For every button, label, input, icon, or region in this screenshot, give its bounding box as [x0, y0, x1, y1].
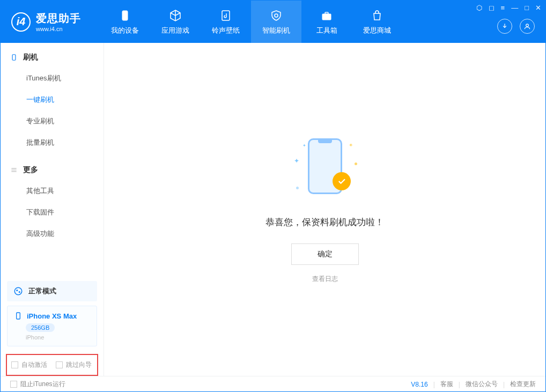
user-button[interactable]	[520, 19, 535, 34]
device-icon	[118, 9, 132, 23]
logo-icon: i4	[11, 12, 31, 32]
version-label: V8.16	[411, 381, 427, 388]
sidebar-item-batch-flash[interactable]: 批量刷机	[1, 132, 104, 153]
view-log-link[interactable]: 查看日志	[312, 275, 338, 284]
checkbox-block-itunes[interactable]: 阻止iTunes运行	[10, 380, 65, 389]
sidebar-item-pro-flash[interactable]: 专业刷机	[1, 110, 104, 132]
main-nav: 我的设备 应用游戏 铃声壁纸 智能刷机 工具箱 爱思商城	[100, 1, 402, 43]
sidebar-item-advanced[interactable]: 高级功能	[1, 223, 104, 245]
music-icon	[219, 9, 233, 23]
minimize-button[interactable]: —	[511, 4, 518, 12]
nav-ringtone-wallpaper[interactable]: 铃声壁纸	[201, 1, 251, 43]
app-title: 爱思助手	[36, 11, 81, 26]
device-info-box[interactable]: iPhone XS Max 256GB iPhone	[7, 306, 97, 346]
svg-point-7	[16, 290, 18, 291]
nav-apps-games[interactable]: 应用游戏	[150, 1, 201, 43]
svg-rect-1	[222, 11, 230, 20]
ok-button[interactable]: 确定	[291, 243, 359, 265]
footer: 阻止iTunes运行 V8.16 | 客服 | 微信公众号 | 检查更新	[1, 376, 545, 392]
svg-rect-5	[12, 55, 16, 61]
footer-link-support[interactable]: 客服	[440, 380, 453, 389]
header: i4 爱思助手 www.i4.cn 我的设备 应用游戏 铃声壁纸 智能刷机 工具…	[1, 1, 545, 43]
maximize-button[interactable]: □	[525, 4, 529, 12]
footer-link-wechat[interactable]: 微信公众号	[466, 380, 498, 389]
cube-icon	[168, 9, 182, 23]
device-phone-icon	[14, 312, 23, 320]
success-illustration: ✦ ✦ ✦	[293, 136, 357, 200]
footer-link-update[interactable]: 检查更新	[510, 380, 536, 389]
sidebar-header-flash: 刷机	[1, 53, 104, 68]
sidebar-item-oneclick-flash[interactable]: 一键刷机	[1, 89, 104, 110]
checkbox-icon	[10, 381, 17, 388]
nav-smart-flash[interactable]: 智能刷机	[251, 1, 301, 43]
sidebar-item-download-firmware[interactable]: 下载固件	[1, 202, 104, 223]
sidebar-header-more: 更多	[1, 165, 104, 180]
highlighted-checkbox-row: 自动激活 跳过向导	[6, 354, 98, 376]
device-name: iPhone XS Max	[27, 312, 77, 320]
svg-point-4	[526, 24, 529, 27]
download-button[interactable]	[497, 19, 512, 34]
shirt-icon[interactable]: ⬡	[476, 4, 482, 12]
main-content: ✦ ✦ ✦ 恭喜您，保资料刷机成功啦！ 确定 查看日志	[104, 43, 545, 376]
toolbox-icon	[320, 9, 334, 23]
checkmark-badge-icon	[333, 172, 351, 190]
success-message: 恭喜您，保资料刷机成功啦！	[265, 216, 384, 228]
device-storage-badge: 256GB	[26, 323, 55, 332]
phone-icon	[10, 54, 18, 61]
sidebar-item-itunes-flash[interactable]: iTunes刷机	[1, 68, 104, 89]
checkbox-auto-activate[interactable]: 自动激活	[11, 360, 47, 369]
nav-my-device[interactable]: 我的设备	[100, 1, 150, 43]
svg-rect-2	[322, 14, 331, 20]
checkbox-skip-wizard[interactable]: 跳过向导	[56, 360, 92, 369]
checkbox-icon	[56, 361, 63, 368]
sidebar-item-other-tools[interactable]: 其他工具	[1, 180, 104, 202]
device-type: iPhone	[26, 334, 90, 341]
svg-point-8	[19, 291, 20, 293]
menu-icon[interactable]: ≡	[501, 4, 505, 12]
status-icon	[13, 286, 23, 296]
feedback-icon[interactable]: ◻	[489, 4, 495, 12]
checkbox-icon	[11, 361, 18, 368]
svg-point-6	[14, 287, 22, 295]
list-icon	[10, 166, 18, 174]
refresh-shield-icon	[269, 9, 283, 23]
nav-store[interactable]: 爱思商城	[352, 1, 402, 43]
store-icon	[370, 9, 384, 23]
sidebar: 刷机 iTunes刷机 一键刷机 专业刷机 批量刷机 更多 其他工具 下载固件 …	[1, 43, 104, 376]
window-controls: ⬡ ◻ ≡ — □ ✕	[476, 4, 541, 12]
svg-rect-3	[325, 12, 328, 14]
header-right-buttons	[497, 19, 535, 34]
close-button[interactable]: ✕	[535, 4, 541, 12]
app-subtitle: www.i4.cn	[36, 26, 81, 32]
mode-status-box[interactable]: 正常模式	[7, 281, 97, 301]
nav-toolbox[interactable]: 工具箱	[301, 1, 352, 43]
svg-rect-0	[122, 11, 128, 20]
svg-rect-9	[17, 313, 20, 319]
app-logo: i4 爱思助手 www.i4.cn	[1, 11, 92, 32]
